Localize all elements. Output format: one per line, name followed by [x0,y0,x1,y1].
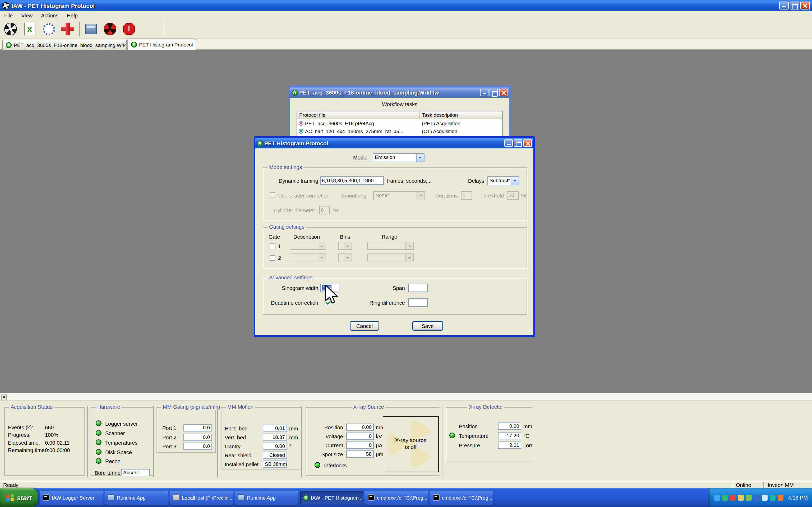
tray-icon[interactable] [738,495,744,500]
gate2-description-select [290,253,326,262]
tray-icon[interactable] [722,495,728,500]
gate1-checkbox[interactable] [270,243,275,249]
gantry-label: Gantry [225,444,241,449]
minimize-button[interactable] [480,89,489,96]
span-input[interactable] [408,284,428,292]
aperture-tool-button[interactable] [3,22,18,37]
taskbar-item-runtime1[interactable]: Runtime App [105,490,168,505]
temperatures-label: Temperatures [105,440,138,446]
chevron-down-icon[interactable] [511,177,519,185]
taskbar-item-cmd1[interactable]: cmd.exe /c ""C:\Prog... [365,490,428,505]
ct-protocol-icon [299,129,303,133]
tray-icon[interactable] [754,495,760,500]
tray-icon[interactable] [746,495,752,500]
panel-strip [0,394,812,401]
gate2-bins-select [338,253,352,262]
menu-view[interactable]: View [17,11,37,19]
aperture-icon [4,23,17,36]
mouse-cursor [324,285,341,307]
installed-pallet-label: Installed pallet [225,462,258,467]
detector-ring-tool-button[interactable] [41,22,56,37]
close-button[interactable] [499,89,507,96]
add-tool-button[interactable] [60,22,75,37]
column-protocol-file[interactable]: Protocol file [297,111,420,119]
interlocks-led [314,462,320,468]
vert-bed-value: 18.37 [263,434,287,441]
taskbar-item-runtime2[interactable]: Runtime App [235,490,298,505]
menu-help[interactable]: Help [63,11,82,19]
iaw-file-icon [6,42,12,48]
ring-difference-input[interactable] [408,298,428,307]
panel-divider [217,406,218,477]
menu-file[interactable]: File [0,11,17,19]
pressure-value: 2.61 [498,442,521,449]
recon-led [96,458,101,464]
mode-select[interactable]: Emission [373,153,424,162]
iterations-label: Iterations [427,193,458,199]
dialog-titlebar[interactable]: PET Histogram Protocol [255,138,534,149]
hardware-group: Hardware Logger server Scanner Temperatu… [91,407,153,476]
xray-off-line2: is off [383,444,438,450]
gate1-range-select [367,242,414,250]
xray-detector-group: X-ray Detector Position0.00mm Temperatur… [446,407,532,462]
mode-value: Emission [373,154,416,162]
minimize-button[interactable] [779,2,789,9]
start-button[interactable]: start [0,488,38,507]
horz-bed-label: Horz. bed [225,426,248,432]
taskbar-item-logger[interactable]: IAW Logger Server [40,490,103,505]
scatter-correction-checkbox[interactable] [270,192,275,198]
sinogram-width-label: Sinogram width [263,285,318,291]
threshold-unit: % [521,193,526,199]
column-task-description[interactable]: Task description [420,111,502,119]
tab-workflow[interactable]: PET_acq_3600s_F18-online_blood_sampling.… [2,40,127,50]
restore-button[interactable] [514,139,522,147]
taskbar-item-localhost[interactable]: LocalHost (F:\Preclini... [170,490,233,505]
chevron-down-icon[interactable] [416,154,424,162]
tab-histogram-protocol[interactable]: PET Histogram Protocol [128,39,196,50]
taskbar-item-iaw-active[interactable]: IAW - PET Histogram ... [300,490,363,505]
pet-protocol-icon [299,121,303,126]
menu-actions[interactable]: Actions [37,11,63,19]
gate1-description-select [290,242,326,250]
dynamic-framing-input[interactable]: 6,10,8,30,5,300,1,1800 [320,176,384,185]
range-column-label: Range [382,234,397,240]
close-button[interactable] [800,2,810,9]
ring-difference-label: Ring difference [369,300,405,306]
chevron-down-icon [405,242,413,249]
stop-tool-button[interactable] [121,22,136,37]
cancel-button[interactable]: Cancel [350,321,379,331]
interlocks-label: Interlocks [324,463,347,468]
taskbar-item-label: Runtime App [117,495,146,500]
table-row[interactable]: AC_half_120_4x4_180ms_275mm_rat_J5... (C… [297,127,502,135]
delays-select[interactable]: Subtract* [488,176,519,185]
tray-icon[interactable] [762,495,768,500]
radiation-tool-button[interactable] [103,22,117,37]
smoothing-select: None* [373,191,425,200]
tray-icon[interactable] [714,495,720,500]
tray-icon[interactable] [730,495,736,500]
restore-button[interactable] [490,89,498,96]
minimize-button[interactable] [504,139,513,147]
cylinder-unit: cm [333,208,340,213]
spreadsheet-tool-button[interactable] [22,22,37,37]
progress-label: Progress: [8,432,31,438]
workflow-window-titlebar[interactable]: PET_acq_3600s_F18-online_blood_sampling.… [290,87,509,98]
port2-value: 0.0 [184,434,212,441]
tray-icon[interactable] [778,495,783,500]
tray-icon[interactable] [770,495,775,500]
acquisition-status-group: Acquisition Status Events (k):660 Progre… [4,407,85,476]
system-tray: 4:16 PM [708,488,812,507]
close-panel-button[interactable] [1,395,7,400]
maximize-button[interactable] [790,2,799,9]
save-button[interactable]: Save [412,321,443,331]
horz-bed-unit: mm [289,426,298,432]
gate2-checkbox[interactable] [270,255,275,261]
table-row[interactable]: PET_acq_3600s_F18.pPetAcq (PET) Acquisit… [297,119,502,127]
voltage-value: 0 [346,433,374,440]
current-value: 0 [346,442,374,449]
taskbar-item-cmd2[interactable]: cmd.exe /c ""C:\Prog... [430,490,493,505]
close-button[interactable] [523,139,532,147]
statusbar-divider [732,482,733,488]
gating-settings-title: Gating settings [267,224,306,230]
card-reader-tool-button[interactable] [84,22,98,37]
